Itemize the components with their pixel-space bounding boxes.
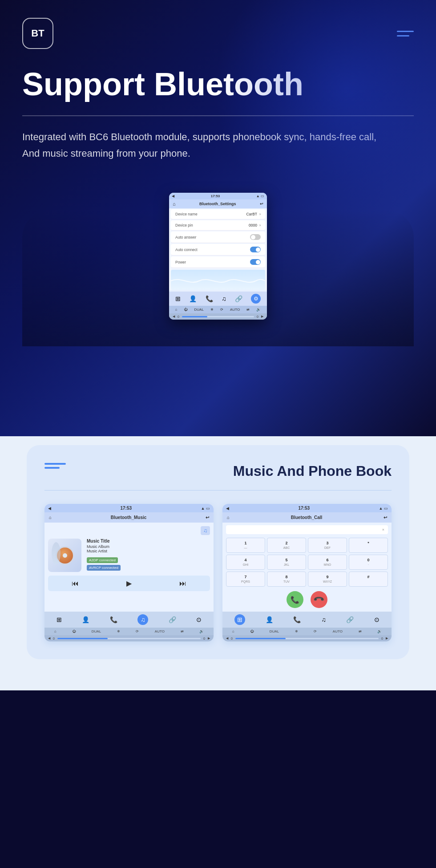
music-vol-fwd[interactable]: ▶: [208, 637, 210, 640]
screen-row-auto-connect[interactable]: Auto connect: [171, 244, 265, 256]
auto-connect-toggle[interactable]: [250, 247, 261, 252]
music-back-btn[interactable]: ◀: [48, 506, 51, 511]
screen-home-icon[interactable]: ⌂: [173, 201, 176, 207]
header-section: BT Support Bluetooth Integrated with BC6…: [0, 0, 436, 436]
music-sys-vol[interactable]: 🔊: [199, 629, 204, 633]
key-hash[interactable]: #: [349, 572, 388, 587]
music-bottom-phone[interactable]: 📞: [110, 616, 117, 623]
ctrl-vol[interactable]: 🔊: [256, 308, 261, 312]
music-vol-fill: [57, 638, 108, 639]
key-9[interactable]: 9WXYZ: [308, 572, 347, 587]
phone-keypad: 1— 2ABC 3DEF * 4GHI 5JKL 6MNO 0· 7PQRS 8…: [226, 538, 388, 587]
device-pin-label: Device pin: [175, 223, 193, 227]
music-vol-back[interactable]: ◀: [48, 637, 50, 640]
music-note-button[interactable]: ♫: [201, 526, 210, 535]
phone-bottom-user[interactable]: 👤: [266, 616, 273, 623]
ctrl-arrow[interactable]: ⇄: [246, 308, 250, 312]
vol-fwd-btn[interactable]: ▶: [261, 315, 263, 318]
call-button[interactable]: 📞: [287, 591, 303, 608]
music-vol-right: 0: [203, 637, 205, 640]
phone-vol-track[interactable]: [235, 638, 379, 639]
avrcp-badge: AVRCP connected: [87, 565, 121, 571]
music-sys-home[interactable]: ⌂: [54, 629, 57, 633]
screen-back-icon[interactable]: ↩: [260, 202, 263, 206]
phone-sys-fan[interactable]: ❄: [295, 629, 298, 633]
phone-sys-recycle[interactable]: ⟳: [314, 629, 317, 633]
key-3[interactable]: 3DEF: [308, 538, 347, 553]
music-bottom-settings[interactable]: ⊙: [196, 616, 202, 623]
key-8[interactable]: 8TUV: [267, 572, 306, 587]
ctrl-power[interactable]: ⏻: [184, 308, 187, 312]
music-topbar: ⌂ Bluetooth_Music ↩: [44, 512, 214, 523]
phone-bottom-grid-active[interactable]: ⊞: [234, 614, 245, 625]
bottom-icon-link[interactable]: 🔗: [235, 295, 242, 302]
screen-row-device-name[interactable]: Device name CarBT ›: [171, 209, 265, 219]
ctrl-recycle[interactable]: ⟳: [220, 308, 223, 312]
phone-bottom-music[interactable]: ♫: [321, 616, 326, 623]
phone-search-bar[interactable]: ×: [226, 525, 388, 534]
search-close-icon[interactable]: ×: [382, 527, 384, 532]
music-bottom-grid[interactable]: ⊞: [57, 616, 62, 623]
screen-volbar: ◀ 0 0 ▶: [169, 313, 267, 320]
phone-bottom-settings[interactable]: ⊙: [374, 616, 379, 623]
music-back-icon[interactable]: ↩: [206, 515, 209, 520]
phone-sys-home[interactable]: ⌂: [232, 629, 234, 633]
music-bottom-user[interactable]: 👤: [82, 616, 89, 623]
key-2[interactable]: 2ABC: [267, 538, 306, 553]
bottom-icon-grid[interactable]: ⊞: [175, 295, 181, 302]
ctrl-home[interactable]: ⌂: [175, 308, 178, 312]
phone-bottom-phone[interactable]: 📞: [293, 616, 301, 623]
music-sys-power[interactable]: ⏻: [72, 629, 76, 633]
power-toggle[interactable]: [250, 259, 261, 265]
next-button[interactable]: ⏭: [179, 580, 186, 588]
phone-sys-power[interactable]: ⏻: [250, 629, 254, 633]
phone-sysbar: ⌂ ⏻ DUAL ❄ ⟳ AUTO ⇄ 🔊: [222, 628, 392, 635]
screen-row-auto-answer[interactable]: Auto answer: [171, 231, 265, 243]
hamburger-button[interactable]: [397, 31, 414, 37]
phone-bottom-link[interactable]: 🔗: [346, 616, 354, 623]
bottom-icon-phone[interactable]: 📞: [206, 295, 213, 302]
phone-home-icon[interactable]: ⌂: [227, 515, 230, 520]
bottom-section: Music And Phone Book ◀ 17:53 ▲ ▭ ⌂ Bluet…: [27, 445, 409, 659]
phone-back-icon[interactable]: ↩: [384, 515, 387, 520]
bottom-icon-user[interactable]: 👤: [189, 295, 197, 302]
phone-back-btn[interactable]: ◀: [226, 506, 229, 511]
bottom-icon-music[interactable]: ♫: [222, 295, 226, 302]
hamburger-line-2: [397, 35, 409, 37]
music-home-icon[interactable]: ⌂: [49, 515, 52, 520]
music-bottom-music-active[interactable]: ♫: [137, 614, 148, 625]
key-4[interactable]: 4GHI: [226, 555, 265, 570]
phone-sys-arrow[interactable]: ⇄: [359, 629, 362, 633]
phone-sys-vol[interactable]: 🔊: [377, 629, 382, 633]
key-5[interactable]: 5JKL: [267, 555, 306, 570]
music-sys-arrow[interactable]: ⇄: [181, 629, 184, 633]
subtitle: Integrated with BC6 Bluetooth module, su…: [22, 129, 414, 162]
key-0[interactable]: 0·: [349, 555, 388, 570]
music-screen-title: Bluetooth_Music: [111, 515, 147, 520]
key-6[interactable]: 6MNO: [308, 555, 347, 570]
screen-title: Bluetooth_Settings: [199, 202, 236, 206]
screen-time: 17:53: [211, 194, 220, 198]
music-bottom-link[interactable]: 🔗: [169, 616, 176, 623]
screen-statusbar: ◀ 17:53 ▲ ▭: [169, 193, 267, 199]
ctrl-fan[interactable]: ❄: [210, 308, 214, 312]
key-7[interactable]: 7PQRS: [226, 572, 265, 587]
vol-track[interactable]: [182, 316, 254, 317]
music-sys-fan[interactable]: ❄: [117, 629, 120, 633]
prev-button[interactable]: ⏮: [72, 580, 79, 588]
auto-answer-toggle[interactable]: [250, 234, 261, 240]
phone-vol-fwd[interactable]: ▶: [386, 637, 388, 640]
screen-row-power[interactable]: Power: [171, 256, 265, 268]
end-call-button[interactable]: 📞: [307, 588, 331, 612]
phone-sys-dual: DUAL: [270, 629, 279, 633]
play-button[interactable]: ▶: [126, 579, 132, 588]
music-vol-track[interactable]: [57, 638, 201, 639]
key-1[interactable]: 1—: [226, 538, 265, 553]
key-star[interactable]: *: [349, 538, 388, 553]
music-sys-recycle[interactable]: ⟳: [136, 629, 139, 633]
screen-row-device-pin[interactable]: Device pin 0000 ›: [171, 220, 265, 231]
bottom-icon-settings-active[interactable]: ⚙: [251, 294, 261, 304]
phone-vol-back[interactable]: ◀: [226, 637, 228, 640]
vol-back-btn[interactable]: ◀: [173, 315, 175, 318]
chevron-icon: ›: [259, 212, 261, 216]
